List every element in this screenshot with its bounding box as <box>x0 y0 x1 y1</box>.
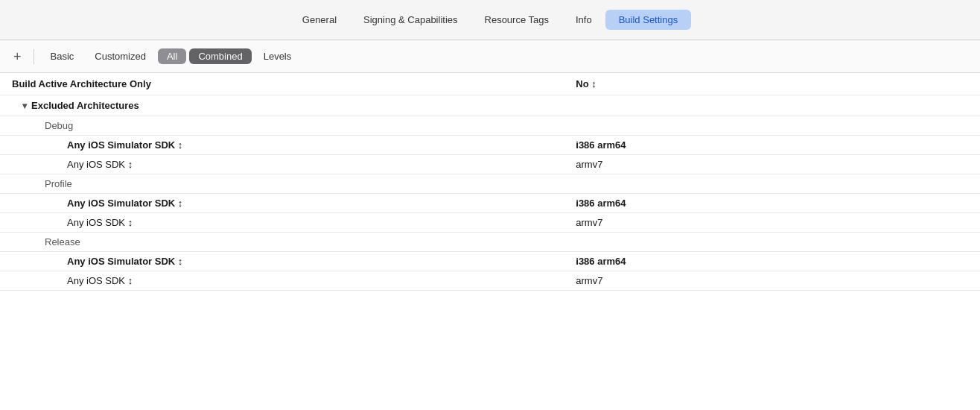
item-label[interactable]: Any iOS SDK ↕ <box>0 155 568 174</box>
filter-all[interactable]: All <box>158 48 186 64</box>
filter-levels[interactable]: Levels <box>255 48 301 64</box>
item-label[interactable]: Any iOS Simulator SDK ↕ <box>0 252 568 271</box>
item-label[interactable]: Any iOS Simulator SDK ↕ <box>0 194 568 213</box>
item-value: armv7 <box>568 155 980 174</box>
item-label[interactable]: Any iOS SDK ↕ <box>0 213 568 233</box>
subheader-label: Profile <box>0 174 568 194</box>
group-label[interactable]: ▾Excluded Architectures <box>0 95 568 116</box>
expand-arrow: ▾ <box>22 101 27 111</box>
build-settings-table: Build Active Architecture Only No ↕ ▾Exc… <box>0 73 980 410</box>
subheader-value <box>568 233 980 252</box>
item-label[interactable]: Any iOS Simulator SDK ↕ <box>0 136 568 155</box>
filter-combined[interactable]: Combined <box>189 48 251 64</box>
tab-general[interactable]: General <box>289 10 350 30</box>
item-value: armv7 <box>568 213 980 233</box>
group-value <box>568 95 980 116</box>
tab-build-settings[interactable]: Build Settings <box>605 10 692 30</box>
toolbar-divider <box>34 49 34 64</box>
item-label[interactable]: Any iOS SDK ↕ <box>0 271 568 291</box>
item-value: i386 arm64 <box>568 194 980 213</box>
subheader-value <box>568 174 980 194</box>
setting-label: Build Active Architecture Only <box>0 73 568 95</box>
item-value: armv7 <box>568 271 980 291</box>
filter-basic[interactable]: Basic <box>42 48 83 64</box>
tab-signing[interactable]: Signing & Capabilities <box>350 10 471 30</box>
toolbar: + Basic Customized All Combined Levels <box>0 40 980 73</box>
setting-value: No ↕ <box>568 73 980 95</box>
subheader-label: Release <box>0 233 568 252</box>
add-button[interactable]: + <box>9 50 26 63</box>
top-navigation: General Signing & Capabilities Resource … <box>0 0 980 40</box>
subheader-value <box>568 116 980 136</box>
subheader-label: Debug <box>0 116 568 136</box>
item-value: i386 arm64 <box>568 136 980 155</box>
tab-info[interactable]: Info <box>562 10 605 30</box>
item-value: i386 arm64 <box>568 252 980 271</box>
tab-resource-tags[interactable]: Resource Tags <box>471 10 562 30</box>
filter-customized[interactable]: Customized <box>86 48 155 64</box>
